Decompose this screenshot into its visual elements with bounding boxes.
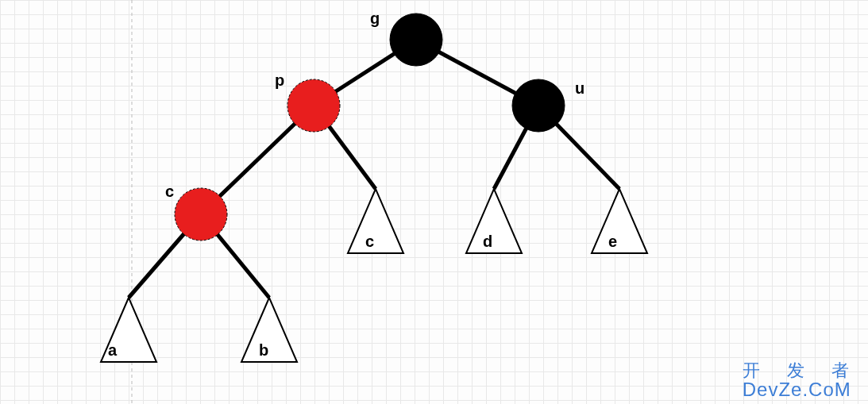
node-c <box>175 188 227 240</box>
watermark-line2: DevZe.CoM <box>743 379 860 399</box>
node-p <box>287 79 340 132</box>
label-subtree-d: d <box>483 233 492 251</box>
node-u <box>512 79 565 132</box>
edge-p-c <box>201 106 314 214</box>
edge-c-sa <box>129 214 201 298</box>
subtree-d <box>466 189 522 253</box>
subtree-e <box>592 189 647 253</box>
label-subtree-a: a <box>108 341 117 360</box>
edge-g-p <box>314 40 416 106</box>
node-g <box>390 13 442 66</box>
label-subtree-c: c <box>365 233 374 251</box>
subtree-c <box>348 189 403 253</box>
label-node-g: g <box>370 10 380 28</box>
label-node-c: c <box>165 183 174 201</box>
edge-u-se <box>538 106 619 189</box>
watermark-line1: 开 发 者 <box>743 361 860 379</box>
label-subtree-b: b <box>259 341 268 360</box>
edge-g-u <box>416 40 538 106</box>
label-subtree-e: e <box>608 233 617 251</box>
subtree-b <box>241 298 297 362</box>
label-node-p: p <box>275 71 284 90</box>
label-node-u: u <box>575 79 584 98</box>
edge-c-sb <box>201 214 269 298</box>
edge-u-sd <box>494 106 538 189</box>
diagram-canvas: g p u c a b c d e 开 发 者 DevZe.CoM <box>0 0 868 404</box>
edge-p-sc <box>314 106 376 189</box>
watermark: 开 发 者 DevZe.CoM <box>743 361 860 399</box>
tree-svg <box>0 0 868 404</box>
